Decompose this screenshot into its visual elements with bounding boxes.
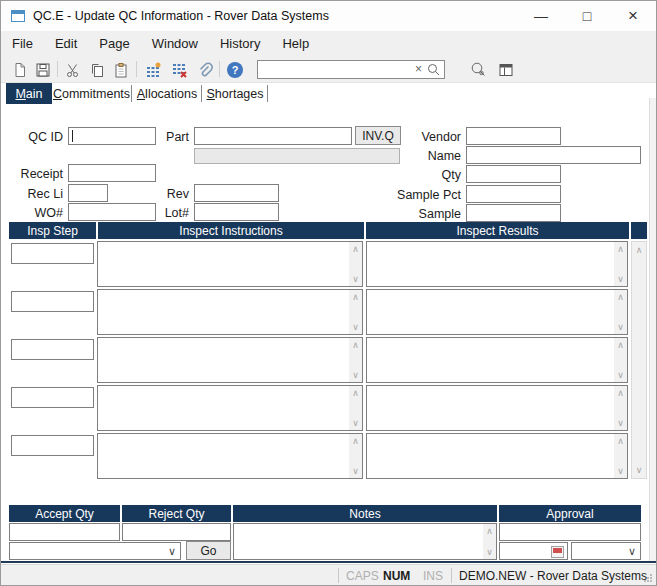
scroll-up-icon[interactable]: ∧	[352, 244, 359, 254]
rec-li-input[interactable]	[68, 184, 108, 202]
scroll-up-icon[interactable]: ∧	[352, 340, 359, 350]
insert-row-icon[interactable]	[142, 59, 164, 80]
scroll-down-icon[interactable]: ∨	[352, 274, 359, 284]
cut-icon[interactable]	[62, 59, 84, 80]
scroll-down-icon[interactable]: ∨	[352, 322, 359, 332]
textarea-scrollbar[interactable]: ∧∨	[614, 290, 627, 334]
receipt-input[interactable]	[68, 164, 156, 182]
search-icon[interactable]	[426, 62, 441, 77]
rev-input[interactable]	[194, 184, 279, 202]
window-layout-icon[interactable]	[495, 59, 517, 80]
inspect-instructions-textarea[interactable]: ∧∨	[97, 385, 363, 431]
menu-file[interactable]: File	[1, 31, 44, 56]
scroll-down-icon[interactable]: ∨	[352, 418, 359, 428]
tab-shortages[interactable]: Shortages	[204, 83, 266, 104]
insp-step-input[interactable]	[11, 387, 94, 408]
lot-input[interactable]	[194, 203, 279, 221]
vendor-input[interactable]	[466, 127, 561, 145]
window-scrollbar[interactable]	[649, 98, 657, 561]
attachment-icon[interactable]	[194, 59, 216, 80]
textarea-scrollbar[interactable]: ∧∨	[349, 386, 362, 430]
close-button[interactable]: ×	[610, 1, 656, 31]
insp-step-input[interactable]	[11, 339, 94, 360]
scroll-up-icon[interactable]: ∧	[617, 388, 624, 398]
scroll-up-icon[interactable]: ∧	[617, 436, 624, 446]
scroll-down-icon[interactable]: ∨	[617, 466, 624, 476]
scroll-down-icon[interactable]: ∨	[352, 370, 359, 380]
wo-input[interactable]	[68, 203, 156, 221]
menu-help[interactable]: Help	[271, 31, 320, 56]
notes-textarea[interactable]: ∧∨	[233, 523, 497, 560]
textarea-scrollbar[interactable]: ∧∨	[614, 338, 627, 382]
inspect-results-textarea[interactable]: ∧∨	[366, 433, 628, 479]
inspect-instructions-textarea[interactable]: ∧∨	[97, 433, 363, 479]
menu-edit[interactable]: Edit	[44, 31, 88, 56]
qc-id-input[interactable]	[68, 127, 156, 145]
approval-status-combobox[interactable]: ∨	[571, 542, 641, 560]
qty-input[interactable]	[466, 165, 561, 183]
inspect-results-textarea[interactable]: ∧∨	[366, 289, 628, 335]
help-icon[interactable]: ?	[224, 59, 246, 80]
inspect-results-textarea[interactable]: ∧∨	[366, 337, 628, 383]
scroll-up-icon[interactable]: ∧	[352, 388, 359, 398]
scroll-up-icon[interactable]: ∧	[617, 340, 624, 350]
paste-icon[interactable]	[110, 59, 132, 80]
resize-grip[interactable]	[643, 573, 653, 583]
find-preview-icon[interactable]	[467, 59, 489, 80]
approval-date-field[interactable]	[499, 542, 568, 560]
scroll-up-icon[interactable]: ∧	[617, 292, 624, 302]
delete-row-icon[interactable]	[168, 59, 190, 80]
menu-history[interactable]: History	[209, 31, 271, 56]
tab-allocations[interactable]: Allocations	[134, 83, 200, 104]
minimize-button[interactable]: —	[518, 1, 564, 31]
insp-step-input[interactable]	[11, 291, 94, 312]
textarea-scrollbar[interactable]: ∧∨	[349, 338, 362, 382]
scroll-down-icon[interactable]: ∨	[636, 465, 643, 475]
textarea-scrollbar[interactable]: ∧∨	[483, 524, 496, 559]
scroll-up-icon[interactable]: ∧	[352, 436, 359, 446]
sample-pct-input[interactable]	[466, 185, 561, 203]
insp-step-input[interactable]	[11, 435, 94, 456]
go-button[interactable]: Go	[186, 541, 231, 560]
scroll-down-icon[interactable]: ∨	[617, 322, 624, 332]
sample-input[interactable]	[466, 204, 561, 222]
insp-step-input[interactable]	[11, 243, 94, 264]
maximize-button[interactable]: □	[564, 1, 610, 31]
inspect-instructions-textarea[interactable]: ∧∨	[97, 289, 363, 335]
textarea-scrollbar[interactable]: ∧∨	[614, 386, 627, 430]
scroll-up-icon[interactable]: ∧	[486, 526, 493, 536]
textarea-scrollbar[interactable]: ∧∨	[614, 242, 627, 286]
name-input[interactable]	[466, 146, 641, 164]
action-combobox[interactable]: ∨	[9, 542, 181, 560]
inspect-results-textarea[interactable]: ∧∨	[366, 241, 628, 287]
scroll-up-icon[interactable]: ∧	[352, 292, 359, 302]
inv-q-button[interactable]: INV.Q	[355, 126, 401, 145]
tab-commitments[interactable]: Commitments	[53, 83, 130, 104]
textarea-scrollbar[interactable]: ∧∨	[614, 434, 627, 478]
reject-qty-input[interactable]	[122, 523, 231, 541]
scroll-down-icon[interactable]: ∨	[617, 274, 624, 284]
scroll-up-icon[interactable]: ∧	[617, 244, 624, 254]
search-input[interactable]	[259, 62, 409, 77]
calendar-icon[interactable]	[551, 546, 564, 558]
scroll-down-icon[interactable]: ∨	[617, 418, 624, 428]
copy-icon[interactable]	[86, 59, 108, 80]
textarea-scrollbar[interactable]: ∧∨	[349, 434, 362, 478]
menu-page[interactable]: Page	[88, 31, 140, 56]
scroll-down-icon[interactable]: ∨	[617, 370, 624, 380]
save-icon[interactable]	[32, 59, 54, 80]
grid-scrollbar[interactable]: ∧ ∨	[631, 241, 647, 479]
inspect-results-textarea[interactable]: ∧∨	[366, 385, 628, 431]
scroll-down-icon[interactable]: ∨	[352, 466, 359, 476]
clear-search-icon[interactable]: ×	[415, 62, 422, 76]
tab-main[interactable]: Main	[6, 83, 52, 104]
approval-input[interactable]	[499, 523, 641, 541]
accept-qty-input[interactable]	[9, 523, 120, 541]
scroll-up-icon[interactable]: ∧	[636, 245, 643, 255]
inspect-instructions-textarea[interactable]: ∧∨	[97, 241, 363, 287]
scroll-down-icon[interactable]: ∨	[486, 547, 493, 557]
menu-window[interactable]: Window	[141, 31, 209, 56]
textarea-scrollbar[interactable]: ∧∨	[349, 242, 362, 286]
part-input[interactable]	[194, 127, 352, 145]
new-document-icon[interactable]	[9, 59, 31, 80]
